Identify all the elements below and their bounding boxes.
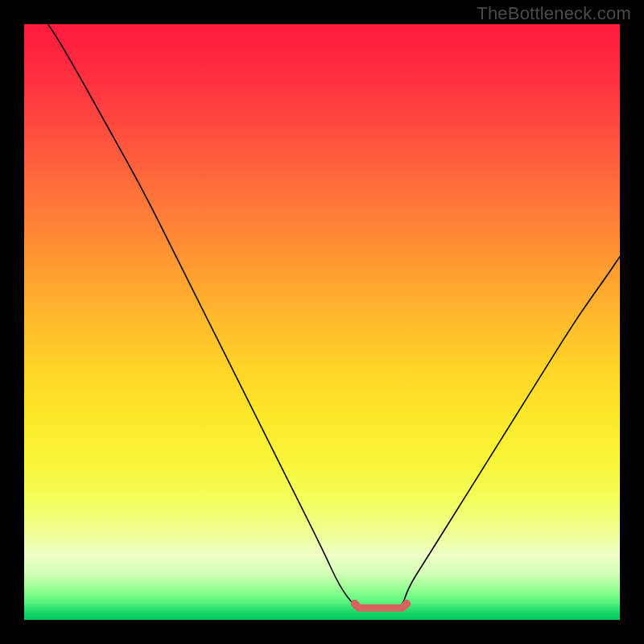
bottleneck-curve: [48, 24, 620, 608]
optimal-band-dot: [402, 600, 411, 608]
optimal-band: [355, 604, 407, 608]
chart-svg: [24, 24, 620, 620]
optimal-band-dot: [351, 600, 359, 608]
plot-area: [24, 24, 620, 620]
outer-frame: TheBottleneck.com: [0, 0, 644, 644]
brand-credit: TheBottleneck.com: [477, 3, 631, 24]
